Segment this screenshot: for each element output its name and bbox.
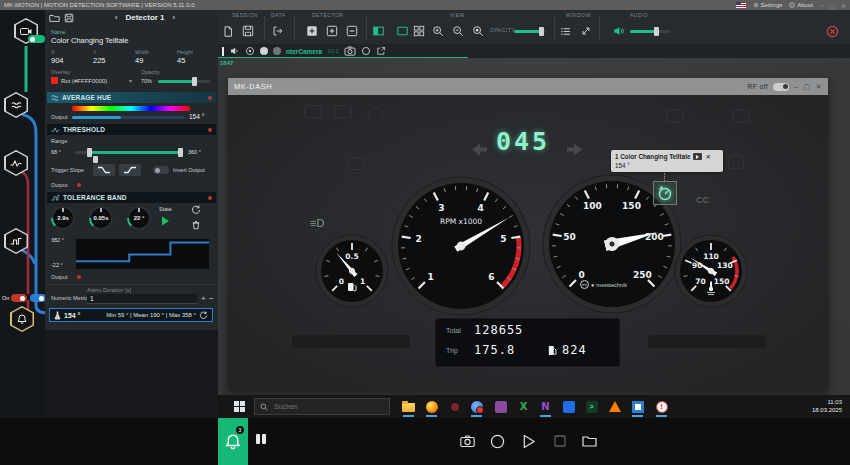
rising-slope-button[interactable] [119, 164, 141, 176]
on-toggle[interactable] [11, 294, 27, 302]
taskbar-badge-app[interactable] [447, 399, 462, 414]
tolerance-delete-icon[interactable] [191, 220, 201, 230]
save-detector-icon[interactable] [64, 13, 74, 23]
play-button[interactable] [520, 432, 538, 450]
snapshot-icon[interactable] [344, 46, 356, 56]
range-slider-upper-handle[interactable] [178, 148, 183, 157]
mkdash-title-bar[interactable]: MK-DASH RF off – ▢ ✕ [228, 78, 828, 95]
name-field-value[interactable]: Color Changing Telltale [51, 36, 128, 45]
language-flag-icon[interactable] [736, 2, 746, 8]
taskbar-file-explorer[interactable] [401, 399, 416, 414]
tolerance-knob-attack[interactable]: 2.9s [49, 204, 77, 232]
export-data-button[interactable] [269, 23, 285, 39]
notifications-tile[interactable]: 3 [218, 418, 248, 465]
taskbar-blue-app[interactable] [561, 399, 576, 414]
taskbar-notepad[interactable]: N [538, 399, 553, 414]
add-detector-button[interactable] [304, 23, 320, 39]
taskbar-firefox[interactable] [424, 399, 439, 414]
active-toggle[interactable] [28, 35, 45, 43]
fullscreen-button[interactable] [578, 23, 594, 39]
taskbar-search[interactable] [254, 398, 390, 415]
height-value[interactable]: 45 [177, 56, 185, 65]
zoom-out-button[interactable] [450, 23, 466, 39]
prev-detector-button[interactable]: ‹ [115, 13, 118, 22]
tolerance-knob-release[interactable]: 0.05s [87, 204, 115, 232]
camera-audio-icon[interactable] [229, 46, 240, 56]
detector-tooltip[interactable]: 1 Color Changing Telltale ✕ 154 ° [611, 150, 723, 172]
section-tolerance-band[interactable]: TOLERANCE BAND [47, 192, 216, 203]
mkdash-maximize-button[interactable]: ▢ [804, 83, 811, 91]
mkdash-minimize-button[interactable]: – [794, 83, 798, 90]
next-detector-button[interactable]: › [173, 13, 176, 22]
view-opacity-slider-handle[interactable] [539, 27, 544, 36]
zoom-in-button[interactable] [430, 23, 446, 39]
open-folder-icon[interactable] [49, 13, 60, 23]
alarm-duration-input[interactable]: 1 [87, 294, 197, 304]
about-button[interactable]: About [789, 2, 813, 8]
camera-cc-icon[interactable] [245, 46, 255, 56]
metric-toggle[interactable] [30, 294, 46, 302]
tolerance-knob-band[interactable]: 22 ° [125, 204, 153, 232]
duplicate-detector-button[interactable] [324, 23, 340, 39]
metric-reset-icon[interactable] [199, 311, 208, 320]
average-hue-node[interactable] [4, 92, 28, 118]
window-close-button[interactable]: ✕ [841, 2, 846, 9]
zoom-reset-button[interactable] [470, 23, 486, 39]
save-session-button[interactable] [240, 23, 256, 39]
audio-mute-button[interactable] [610, 23, 626, 39]
open-recordings-button[interactable] [580, 432, 598, 450]
section-threshold[interactable]: THRESHOLD [47, 124, 216, 135]
window-minimize-button[interactable]: – [820, 2, 823, 9]
window-list-button[interactable] [558, 23, 574, 39]
tolerance-band-node[interactable] [4, 228, 28, 254]
y-value[interactable]: 225 [93, 56, 106, 65]
alarm-increment-button[interactable]: + [201, 294, 206, 303]
section-average-hue[interactable]: AVERAGE HUE [47, 92, 216, 103]
snapshot-button[interactable] [458, 432, 476, 450]
grid-view-button[interactable] [411, 23, 427, 39]
search-input[interactable] [272, 402, 376, 411]
invert-output-toggle[interactable] [153, 166, 169, 174]
popout-icon[interactable] [376, 46, 386, 56]
threshold-node[interactable] [4, 150, 28, 176]
taskbar-chrome[interactable] [469, 399, 484, 414]
x-value[interactable]: 904 [51, 56, 64, 65]
overlay-dropdown-caret-icon[interactable]: ▾ [129, 77, 132, 84]
selected-telltale[interactable] [653, 181, 677, 205]
falling-slope-button[interactable] [93, 164, 115, 176]
settings-button[interactable]: Settings [753, 2, 783, 8]
state-play-icon[interactable] [161, 216, 170, 226]
alarm-decrement-button[interactable]: − [209, 294, 214, 303]
window-maximize-button[interactable]: ▢ [829, 2, 835, 9]
taskbar-clock[interactable]: 11:03 18.03.2025 [812, 398, 842, 414]
stop-button[interactable] [551, 432, 569, 450]
alarm-node[interactable] [10, 306, 34, 332]
start-button[interactable] [234, 401, 245, 412]
taskbar-excel[interactable]: X [516, 399, 531, 414]
overlay-opacity-slider-handle[interactable] [192, 77, 197, 86]
width-value[interactable]: 49 [135, 56, 143, 65]
camera-status2-icon[interactable] [273, 47, 281, 55]
tooltip-close-button[interactable]: ✕ [705, 152, 710, 161]
taskbar-window-app[interactable] [630, 399, 645, 414]
camera-name[interactable]: nterCamera [286, 48, 322, 55]
pause-icon[interactable] [256, 434, 266, 444]
record-ring-icon[interactable] [361, 46, 371, 56]
taskbar-terminal[interactable]: > [584, 399, 599, 414]
mkdash-close-button[interactable]: ✕ [816, 83, 822, 91]
overlay-color-swatch[interactable] [51, 77, 58, 84]
audio-volume-slider-handle[interactable] [654, 27, 659, 36]
tolerance-reset-icon[interactable] [191, 205, 201, 215]
single-view-button[interactable] [394, 23, 410, 39]
taskbar-purple-app[interactable] [493, 399, 508, 414]
mkdash-window[interactable]: MK-DASH RF off – ▢ ✕ [228, 78, 828, 390]
taskbar-vlc[interactable] [607, 399, 622, 414]
remove-detector-button[interactable] [344, 23, 360, 39]
camera-status-icon[interactable] [260, 47, 268, 55]
taskbar-alert-app[interactable]: ! [654, 399, 669, 414]
overlay-value[interactable]: Rot (#FFFF0000) [61, 78, 107, 84]
split-view-button[interactable] [370, 23, 386, 39]
tooltip-play-icon[interactable] [693, 153, 702, 160]
new-session-button[interactable] [220, 23, 236, 39]
rf-toggle[interactable] [773, 83, 789, 91]
